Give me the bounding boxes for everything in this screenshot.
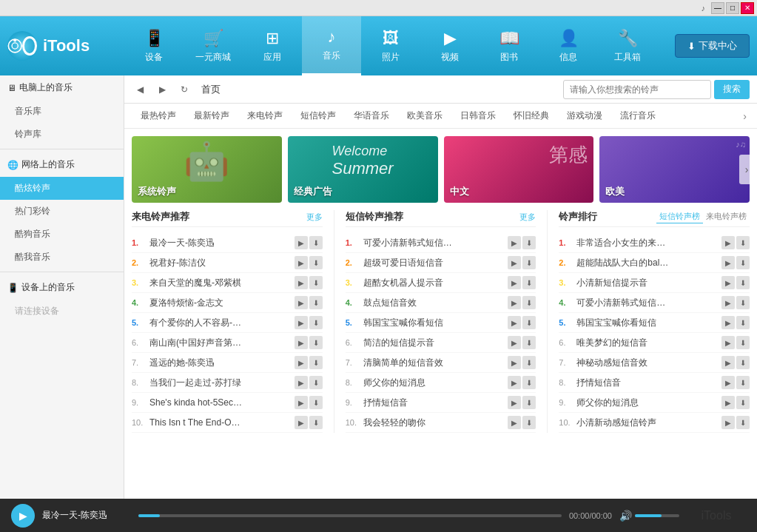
nav-item-store[interactable]: 🛒 一元商城 <box>184 16 243 75</box>
play-preview-button[interactable]: ▶ <box>721 276 735 289</box>
music-title[interactable]: 抒情短信音 <box>363 397 505 409</box>
tab-sms[interactable]: 短信铃声 <box>292 104 345 128</box>
play-preview-button[interactable]: ▶ <box>721 316 735 329</box>
sidebar-item-kugou[interactable]: 酷狗音乐 <box>0 223 124 246</box>
download-button[interactable]: ⬇ 下载中心 <box>675 34 750 58</box>
nav-item-apps[interactable]: ⊞ 应用 <box>243 16 302 75</box>
play-button[interactable]: ▶ <box>11 504 35 528</box>
download-music-button[interactable]: ⬇ <box>736 396 750 409</box>
sidebar-item-cool-ringtones[interactable]: 酷炫铃声 <box>0 177 124 200</box>
sidebar-item-ringtone-library[interactable]: 铃声库 <box>0 123 124 146</box>
music-title[interactable]: 祝君好-陈洁仪 <box>149 257 292 269</box>
play-preview-button[interactable]: ▶ <box>508 416 521 429</box>
tab-western[interactable]: 欧美音乐 <box>398 104 451 128</box>
nav-item-music[interactable]: ♪ 音乐 <box>302 16 361 75</box>
music-title[interactable]: She's kinda hot-5Sec… <box>149 397 292 408</box>
music-title[interactable]: 可爱小清新韩式短信… <box>576 297 719 309</box>
play-preview-button[interactable]: ▶ <box>295 256 308 269</box>
minimize-button[interactable]: — <box>711 2 724 14</box>
play-preview-button[interactable]: ▶ <box>508 356 521 369</box>
play-preview-button[interactable]: ▶ <box>508 296 521 309</box>
download-music-button[interactable]: ⬇ <box>522 296 536 309</box>
volume-icon[interactable]: 🔊 <box>619 510 632 522</box>
play-preview-button[interactable]: ▶ <box>721 296 735 309</box>
nav-item-device[interactable]: 📱 设备 <box>124 16 184 75</box>
music-title[interactable]: 鼓点短信音效 <box>363 297 505 309</box>
play-preview-button[interactable]: ▶ <box>721 256 735 269</box>
close-button[interactable]: ✕ <box>741 2 754 14</box>
music-title[interactable]: 韩国宝宝喊你看短信 <box>363 317 505 329</box>
music-title[interactable]: 小清新短信提示音 <box>576 277 719 289</box>
music-title[interactable]: 最冷一天-陈奕迅 <box>149 237 292 249</box>
tab-chinese[interactable]: 华语音乐 <box>345 104 398 128</box>
music-title[interactable]: 抒情短信音 <box>576 377 719 389</box>
music-title[interactable]: 唯美梦幻的短信音 <box>576 337 719 349</box>
banner-western[interactable]: ♪♫ 欧美 <box>599 136 750 203</box>
play-preview-button[interactable]: ▶ <box>508 336 521 349</box>
play-preview-button[interactable]: ▶ <box>721 416 735 429</box>
play-preview-button[interactable]: ▶ <box>295 296 308 309</box>
play-preview-button[interactable]: ▶ <box>508 236 521 249</box>
tab-games[interactable]: 游戏动漫 <box>558 104 611 128</box>
music-title[interactable]: 我会轻轻的吻你 <box>363 417 505 429</box>
sidebar-item-kuwo[interactable]: 酷我音乐 <box>0 246 124 269</box>
play-preview-button[interactable]: ▶ <box>295 396 308 409</box>
banner-system[interactable]: 🤖 系统铃声 <box>132 136 282 203</box>
nav-item-info[interactable]: 👤 信息 <box>539 16 598 75</box>
download-music-button[interactable]: ⬇ <box>522 376 536 389</box>
play-preview-button[interactable]: ▶ <box>721 236 735 249</box>
sidebar-item-hot-ringtones[interactable]: 热门彩铃 <box>0 200 124 223</box>
music-title[interactable]: 夏洛特烦恼-金志文 <box>149 297 292 309</box>
search-button[interactable]: 搜索 <box>714 80 750 99</box>
play-preview-button[interactable]: ▶ <box>508 376 521 389</box>
progress-bar[interactable] <box>138 514 562 517</box>
music-title[interactable]: 韩国宝宝喊你看短信 <box>576 317 719 329</box>
play-preview-button[interactable]: ▶ <box>508 316 521 329</box>
download-music-button[interactable]: ⬇ <box>736 416 750 429</box>
download-music-button[interactable]: ⬇ <box>736 256 750 269</box>
sms-more[interactable]: 更多 <box>519 212 536 223</box>
play-preview-button[interactable]: ▶ <box>508 256 521 269</box>
play-preview-button[interactable]: ▶ <box>295 236 308 249</box>
nav-item-video[interactable]: ▶ 视频 <box>420 16 480 75</box>
download-music-button[interactable]: ⬇ <box>309 296 323 309</box>
download-music-button[interactable]: ⬇ <box>522 316 536 329</box>
music-title[interactable]: 超级可爱日语短信音 <box>363 257 505 269</box>
download-music-button[interactable]: ⬇ <box>522 256 536 269</box>
play-preview-button[interactable]: ▶ <box>295 276 308 289</box>
tab-popular[interactable]: 流行音乐 <box>611 104 665 128</box>
search-input[interactable] <box>563 80 711 99</box>
download-music-button[interactable]: ⬇ <box>736 236 750 249</box>
music-title[interactable]: 当我们一起走过-苏打绿 <box>149 377 292 389</box>
music-title[interactable]: 超能陆战队大白的bal… <box>576 257 719 269</box>
play-preview-button[interactable]: ▶ <box>295 376 308 389</box>
music-title[interactable]: 遥远的她-陈奕迅 <box>149 357 292 369</box>
download-music-button[interactable]: ⬇ <box>522 416 536 429</box>
play-preview-button[interactable]: ▶ <box>508 276 521 289</box>
download-music-button[interactable]: ⬇ <box>309 376 323 389</box>
banner-next-button[interactable]: › <box>739 155 754 184</box>
music-title[interactable]: 小清新动感短信铃声 <box>576 417 719 429</box>
download-music-button[interactable]: ⬇ <box>736 276 750 289</box>
tab-newest[interactable]: 最新铃声 <box>185 104 238 128</box>
sidebar-item-music-library[interactable]: 音乐库 <box>0 100 124 123</box>
play-preview-button[interactable]: ▶ <box>295 336 308 349</box>
download-music-button[interactable]: ⬇ <box>522 396 536 409</box>
music-title[interactable]: 来自天堂的魔鬼-邓紫棋 <box>149 277 292 289</box>
download-music-button[interactable]: ⬇ <box>736 316 750 329</box>
play-preview-button[interactable]: ▶ <box>721 336 735 349</box>
download-music-button[interactable]: ⬇ <box>522 336 536 349</box>
music-title[interactable]: 可爱小清新韩式短信… <box>363 237 505 249</box>
download-music-button[interactable]: ⬇ <box>522 356 536 369</box>
music-title[interactable]: 清脑简单的短信音效 <box>363 357 505 369</box>
music-title[interactable]: This Isn t The End-O… <box>149 417 292 428</box>
download-music-button[interactable]: ⬇ <box>522 236 536 249</box>
play-preview-button[interactable]: ▶ <box>721 376 735 389</box>
play-preview-button[interactable]: ▶ <box>295 416 308 429</box>
play-preview-button[interactable]: ▶ <box>295 316 308 329</box>
maximize-button[interactable]: □ <box>726 2 739 14</box>
incoming-more[interactable]: 更多 <box>306 212 323 223</box>
rank-tab-sms[interactable]: 短信铃声榜 <box>656 210 703 223</box>
play-preview-button[interactable]: ▶ <box>508 396 521 409</box>
play-preview-button[interactable]: ▶ <box>721 396 735 409</box>
